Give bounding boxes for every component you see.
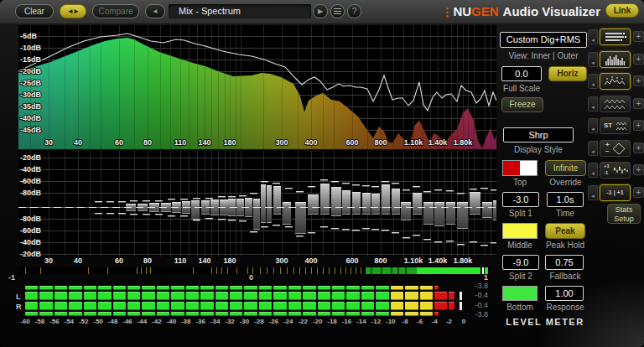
meter-segment: [318, 292, 330, 300]
correlation-tick: [25, 267, 26, 274]
diff-x-label: 60: [115, 256, 123, 265]
freeze-button[interactable]: Freeze: [501, 97, 543, 112]
mode-display-box[interactable]: Custom Dig+RMS: [500, 32, 587, 48]
split2-value-box[interactable]: -9.0: [502, 255, 539, 270]
correlation-tick: [221, 267, 222, 274]
meter-segment: [39, 302, 52, 310]
diff-bar-cap: [236, 215, 244, 216]
meter-segment: [39, 292, 52, 300]
mode-tab-button[interactable]: ◄: [588, 29, 598, 44]
diff-x-label: 110: [174, 256, 187, 265]
time-value-box[interactable]: 1.0s: [547, 192, 584, 207]
stats-setup-button[interactable]: Stats Setup: [607, 204, 641, 224]
diff-bar-down: [245, 208, 252, 217]
middle-color-swatch[interactable]: [502, 223, 538, 239]
diff-bar-cap: [434, 225, 444, 226]
diff-bar-cap: [267, 222, 272, 223]
override-button[interactable]: Infinite: [545, 160, 586, 176]
top-color-swatch[interactable]: [502, 160, 538, 176]
diff-bar-cap: [138, 204, 148, 205]
mode-tab-button[interactable]: ◄: [588, 118, 598, 133]
meter-segment: [113, 292, 126, 300]
full-scale-value-box[interactable]: 0.0: [501, 66, 542, 81]
mode-button-correlation[interactable]: -1 | +1: [600, 184, 631, 201]
correlation-tick: [227, 267, 228, 274]
meter-segment: [244, 312, 257, 316]
top-label: Top: [501, 178, 538, 187]
brand-rest: Audio Visualizer: [503, 4, 600, 18]
preset-field[interactable]: Mix - Spectrum: [169, 4, 311, 18]
mode-button-spectrum-bars[interactable]: [600, 51, 631, 68]
meter-scale-label: -58: [35, 318, 45, 325]
mode-tab-button[interactable]: ◄: [588, 74, 598, 89]
meter-scale-label: -20: [313, 318, 323, 325]
diff-x-label: 40: [74, 256, 82, 265]
link-button[interactable]: Link: [605, 3, 639, 18]
mode-button-vectorscope[interactable]: + −: [600, 140, 631, 157]
meter-scale-label: -10: [386, 318, 396, 325]
mode-tab-button[interactable]: ◄: [588, 52, 598, 67]
display-style-box[interactable]: Shrp: [503, 127, 574, 142]
diff-bar-down: [295, 208, 306, 234]
mode-tab-button[interactable]: ◄: [588, 185, 598, 200]
meter-peak-mark: [460, 302, 462, 310]
mode-plus-button[interactable]: +: [633, 142, 644, 153]
meter-segment: [25, 286, 38, 290]
meter-segment: [346, 286, 359, 290]
mode-plus-button[interactable]: +: [633, 164, 644, 175]
preset-list-button[interactable]: [330, 4, 345, 18]
spectrum-x-label: 400: [304, 138, 317, 147]
peak-hold-dash: [285, 188, 293, 189]
help-button[interactable]: ?: [347, 4, 361, 18]
left-arrow-icon: ◄: [590, 171, 595, 176]
mode-plus-button[interactable]: +: [633, 54, 644, 65]
split1-value-box[interactable]: -3.0: [502, 192, 539, 207]
meter-segment: [346, 302, 359, 310]
meter-segment: [127, 292, 140, 300]
horiz-button[interactable]: Horiz: [548, 66, 587, 81]
correlation-history-strip[interactable]: [18, 267, 496, 274]
prev-preset-button[interactable]: ◄: [145, 4, 165, 18]
meter-segment: [318, 286, 330, 290]
ab-toggle-button[interactable]: ◄►: [60, 4, 86, 18]
correlation-tick: [311, 267, 312, 274]
mode-button-level-meters[interactable]: [600, 28, 631, 45]
diff-bar-cap: [126, 204, 136, 205]
mode-tab-button[interactable]: ◄: [588, 141, 598, 156]
left-right-arrows-icon: ◄►: [60, 5, 86, 18]
diff-bar-down: [457, 208, 468, 229]
mode-plus-button[interactable]: +: [633, 187, 644, 198]
mode-button-spectrogram[interactable]: [600, 96, 631, 112]
mode-plus-button[interactable]: +: [633, 75, 644, 86]
diff-bar-up: [382, 184, 390, 207]
peak-hold-dash: [250, 231, 257, 232]
diff-x-label: 80: [143, 256, 152, 265]
meter-segment: [142, 302, 154, 310]
spectrum-display[interactable]: -5dB-10dB-15dB-20dB-25dB-30dB-35dB-40dB-…: [18, 25, 496, 149]
mode-plus-button[interactable]: +: [633, 31, 644, 42]
correlation-tick: [247, 267, 248, 274]
diff-bar-cap: [172, 212, 181, 213]
clear-button[interactable]: Clear: [15, 4, 54, 18]
mode-tab-button[interactable]: ◄: [588, 96, 598, 111]
meter-scale-label: -18: [327, 318, 337, 325]
mode-tab-button[interactable]: ◄: [588, 163, 598, 178]
meter-segment: [434, 286, 439, 290]
mode-button-spectrum-graph[interactable]: [600, 73, 631, 90]
next-preset-button[interactable]: ▶: [313, 4, 328, 18]
diff-spectrum-display[interactable]: -20dB-40dB-60dB-80dB-80dB-60dB-40dB-20dB: [18, 151, 496, 256]
peak-hold-dash: [470, 241, 477, 242]
mode-button-stereo-spectrogram[interactable]: ST: [600, 117, 631, 134]
mode-plus-button[interactable]: +: [633, 120, 644, 131]
diff-bar-cap: [470, 214, 480, 215]
peak-hold-mode-button[interactable]: Peak: [545, 223, 585, 239]
mode-plus-button[interactable]: +: [633, 98, 644, 109]
diff-bar-cap: [392, 189, 400, 189]
peak-hold-dash: [331, 181, 339, 182]
mode-button-stereo-balance[interactable]: +1 -1: [600, 162, 631, 179]
channel-label-left: L: [16, 293, 21, 301]
compare-button[interactable]: Compare: [92, 4, 139, 18]
meter-segment: [39, 286, 52, 290]
fallback-value-box[interactable]: 0.75: [545, 255, 584, 270]
diff-bar-cap: [149, 211, 159, 212]
